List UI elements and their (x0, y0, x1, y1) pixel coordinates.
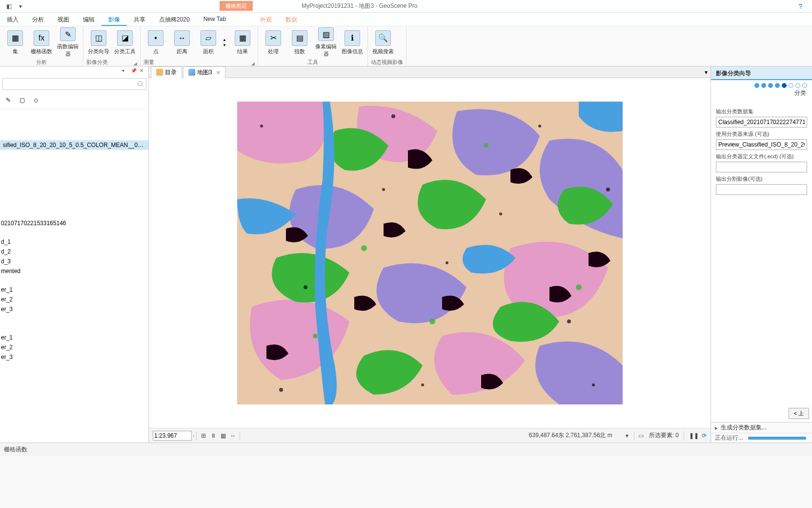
selection-icon[interactable]: ▭ (636, 431, 646, 441)
group-tools: ✂处理 ▤指数 ▨像素编辑器 ℹ图像信息 工具 (258, 26, 368, 66)
output-dataset-input[interactable] (716, 117, 807, 127)
btn-classification-wizard[interactable]: ◫分类向导 (86, 27, 111, 58)
context-tab-container: 栅格图层 (220, 2, 253, 10)
measure-more-up-icon[interactable]: ▲ (223, 38, 228, 42)
btn-pixel-editor[interactable]: ▨像素编辑器 (314, 27, 338, 58)
btn-process[interactable]: ✂处理 (261, 27, 285, 58)
tab-data[interactable]: 数据 (279, 13, 304, 26)
selection-count: 所选要素: 0 (649, 431, 679, 440)
tab-edit[interactable]: 编辑 (76, 13, 102, 26)
tab-appearance[interactable]: 外观 (253, 13, 279, 26)
progress-bar (748, 437, 806, 440)
step-5[interactable] (782, 83, 787, 88)
toc-layer-er2b[interactable]: er_2 (0, 342, 148, 352)
catalog-icon (156, 69, 163, 76)
refresh-draw-icon[interactable]: ↔ (228, 431, 238, 441)
segmented-input[interactable] (716, 184, 807, 195)
wizard-prev-button[interactable]: < 上 (789, 408, 809, 419)
pause-draw-icon[interactable]: ⏸ (208, 431, 218, 441)
grid-icon[interactable]: ▦ (218, 431, 228, 441)
panel-close-icon[interactable]: ✕ (140, 68, 146, 75)
tab-view[interactable]: 视图 (51, 13, 76, 26)
scale-dropdown-icon[interactable]: · (193, 432, 194, 439)
svg-point-7 (304, 285, 307, 289)
task-expand-icon[interactable]: ▸ (715, 424, 718, 431)
tab-analysis[interactable]: 分析 (25, 13, 51, 26)
title-bar: ◧ ▾ 栅格图层 MyProject20191231 - 地图3 - GeoSc… (0, 0, 812, 13)
btn-video-search[interactable]: 🔍视频搜索 (371, 27, 395, 58)
svg-point-11 (279, 388, 283, 392)
step-7[interactable] (795, 83, 800, 88)
group-analysis-label: 分析 (3, 58, 80, 66)
toc-layer-d1[interactable]: d_1 (0, 237, 148, 247)
btn-image-info[interactable]: ℹ图像信息 (340, 27, 365, 58)
svg-point-8 (446, 261, 448, 264)
coords-dropdown-icon[interactable]: ▾ (622, 431, 632, 441)
qat-app-icon[interactable]: ◧ (5, 2, 13, 10)
btn-measure-area[interactable]: ▱面积 (196, 27, 221, 58)
toc-search-input[interactable] (2, 78, 146, 90)
toc-layer-d2[interactable]: d_2 (0, 247, 148, 256)
view-tab-map[interactable]: 地图3 ✕ (183, 66, 225, 78)
step-3[interactable] (768, 83, 773, 88)
image-classify-launcher-icon[interactable]: ◢ (134, 61, 137, 66)
step-6[interactable] (789, 83, 793, 88)
toc-layer-er1b[interactable]: er_1 (0, 333, 148, 342)
toc-list-by-drawing-icon[interactable]: ✎ (3, 95, 14, 106)
btn-measure-point[interactable]: •点 (143, 27, 168, 58)
ecd-input[interactable] (716, 162, 807, 172)
toc-list-by-source-icon[interactable]: ▢ (17, 95, 27, 106)
btn-indices[interactable]: ▤指数 (287, 27, 312, 58)
toc-layer-er3b[interactable]: er_3 (0, 352, 148, 362)
snap-icon[interactable]: ⊞ (199, 431, 208, 441)
toc-layer-er2a[interactable]: er_2 (0, 295, 148, 304)
measure-more-down-icon[interactable]: ▼ (223, 43, 228, 47)
toc-list-by-selection-icon[interactable]: ◇ (30, 95, 41, 106)
tab-imagery[interactable]: 影像 (102, 13, 127, 26)
classifier-source-label: 使用分类器来源 (可选) (716, 130, 807, 138)
btn-classification-tools[interactable]: ◪分类工具 (113, 27, 137, 58)
tab-share[interactable]: 共享 (127, 13, 152, 26)
btn-function-editor[interactable]: ✎函数编辑器 (56, 27, 80, 58)
view-tab-catalog[interactable]: 目录 (151, 66, 182, 78)
btn-measure-distance[interactable]: ↔距离 (170, 27, 194, 58)
toc-layer-timestamp[interactable]: 02107170221533165146 (0, 218, 148, 228)
context-tab-raster-layer[interactable]: 栅格图层 (220, 1, 253, 11)
step-2[interactable] (761, 83, 766, 88)
btn-set[interactable]: ▦集 (3, 27, 27, 58)
map-icon (188, 69, 195, 76)
btn-measure-results[interactable]: ▦结果 (230, 27, 255, 58)
toc-layer-mented[interactable]: mented (0, 266, 148, 276)
task-text[interactable]: 生成分类数据集... (721, 423, 767, 432)
status-left-text: 栅格函数 (4, 445, 156, 454)
pause-icon[interactable]: ❚❚ (689, 432, 699, 439)
panel-menu-icon[interactable]: ▾ (122, 68, 129, 75)
qat-dropdown-icon[interactable]: ▾ (17, 2, 24, 10)
panel-pin-icon[interactable]: 📌 (131, 68, 138, 75)
tab-insert[interactable]: 插入 (0, 13, 25, 26)
tab-point-thin[interactable]: 点抽稀2020 (152, 13, 197, 26)
measure-launcher-icon[interactable]: ◢ (251, 61, 255, 66)
step-1[interactable] (754, 83, 759, 88)
map-view[interactable] (149, 78, 710, 428)
view-tabs-dropdown-icon[interactable]: ▾ (705, 69, 708, 76)
step-8[interactable] (802, 83, 807, 88)
toc-layer-d3[interactable]: d_3 (0, 256, 148, 266)
classifier-source-input[interactable] (716, 139, 807, 150)
tab-close-icon[interactable]: ✕ (216, 70, 220, 75)
help-icon[interactable]: ? (798, 2, 802, 10)
group-tools-label: 工具 (261, 58, 365, 66)
scale-input[interactable] (153, 431, 192, 441)
step-4[interactable] (775, 83, 780, 88)
toc-layer-classified[interactable]: sified_ISO_8_20_20_10_5_0.5_COLOR_MEAN__… (0, 140, 148, 150)
segmented-label: 输出分割影像(可选) (716, 175, 807, 183)
wizard-form: 输出分类数据集 使用分类器来源 (可选) 输出分类器定义文件(.ecd) (可选… (711, 102, 812, 405)
toc-layer-er1a[interactable]: er_1 (0, 285, 148, 295)
toc-tree[interactable]: sified_ISO_8_20_20_10_5_0.5_COLOR_MEAN__… (0, 109, 148, 443)
ribbon-tabs: 插入 分析 视图 编辑 影像 共享 点抽稀2020 New Tab 外观 数据 (0, 13, 812, 26)
tab-new[interactable]: New Tab (197, 13, 233, 26)
svg-point-12 (592, 383, 595, 386)
refresh-icon[interactable]: ⟳ (702, 432, 707, 439)
toc-layer-er3a[interactable]: er_3 (0, 304, 148, 314)
btn-raster-functions[interactable]: fx栅格函数 (29, 27, 54, 58)
